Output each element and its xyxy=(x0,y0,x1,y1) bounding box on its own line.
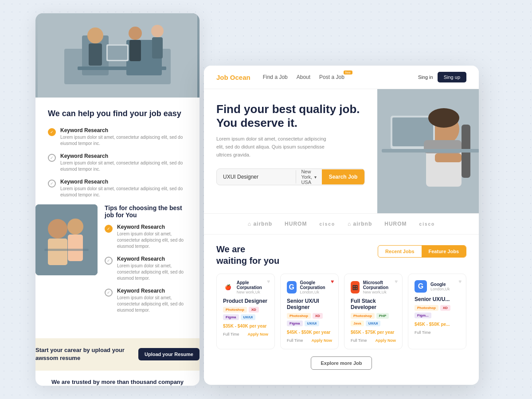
search-bar: New York, USA ▾ Search Job xyxy=(216,168,365,185)
tab-recent-jobs[interactable]: Recent Jobs xyxy=(378,246,421,257)
nav-about[interactable]: About xyxy=(297,74,310,80)
checklist-text: Keyword Research Lorem ipsum dolor sit a… xyxy=(117,224,187,250)
check-icon xyxy=(48,180,56,188)
signin-button[interactable]: Sing in xyxy=(418,74,433,80)
logo-hurom-1: HUROM xyxy=(285,221,307,227)
job-card: ♥ 🍎 Apple Corpuration New work,Uk Produc… xyxy=(216,274,275,349)
navbar: Job Ocean Find a Job About Post a Job fr… xyxy=(204,66,479,89)
hero-person-image xyxy=(377,89,479,213)
post-badge: free xyxy=(344,70,352,74)
tips-checklist-item: Keyword Research Lorem ipsum dolor sit a… xyxy=(105,288,187,313)
svg-point-4 xyxy=(87,27,103,43)
job-salary: $45K - $50K pe... xyxy=(415,322,460,327)
job-tag: Photoshop xyxy=(287,313,311,319)
tab-feature-jobs[interactable]: Feature Jobs xyxy=(422,246,466,257)
right-card: Job Ocean Find a Job About Post a Job fr… xyxy=(204,66,479,385)
job-salary: $65K - $75K per year xyxy=(351,330,396,335)
company-info: Google Corpuration London,Uk xyxy=(300,280,332,294)
job-type: Full Time xyxy=(415,330,431,335)
company-info: Google London,Uk xyxy=(430,282,450,291)
check-icon xyxy=(105,225,113,233)
logo-hurom-2: HUROM xyxy=(384,221,407,227)
job-tags: PhotoshopPHPJavaUX/UI xyxy=(351,313,396,326)
job-title: Senior UX/UI Designer xyxy=(287,298,332,310)
hero-title: Find your best quality job.You deserve i… xyxy=(216,102,365,130)
jobs-grid: ♥ 🍎 Apple Corpuration New work,Uk Produc… xyxy=(216,274,466,349)
search-button[interactable]: Search Job xyxy=(322,169,365,184)
heart-icon[interactable]: ♥ xyxy=(395,278,398,285)
svg-point-6 xyxy=(129,27,142,40)
upload-resume-button[interactable]: Upload your Resume xyxy=(138,348,200,360)
location-dropdown[interactable]: New York, USA ▾ xyxy=(296,169,321,185)
job-footer: Full Time Apply Now xyxy=(287,338,332,343)
job-tag: Figma xyxy=(287,321,303,326)
signup-button[interactable]: Sing up xyxy=(438,72,466,82)
svg-point-8 xyxy=(151,25,164,37)
help-title: We can help you find your job easy xyxy=(48,108,187,119)
job-footer: Full Time Apply Now xyxy=(223,332,268,336)
company-logos-strip: airbnb HUROM cisco airbnb HUROM cisco xyxy=(204,213,479,235)
job-footer: Full Time xyxy=(415,330,460,335)
company-icon: G xyxy=(287,281,297,293)
job-tag: XD xyxy=(313,313,323,319)
company-location: New work,Uk xyxy=(237,290,268,294)
company-name: Google Corpuration xyxy=(300,280,332,290)
job-title: Full Stack Developer xyxy=(351,298,396,310)
job-tag: XD xyxy=(249,307,259,313)
left-card-body: We can help you find your job easy Keywo… xyxy=(35,98,200,330)
tips-checklist-item: Keyword Research Lorem ipsum dolor sit a… xyxy=(105,256,187,282)
job-tag: UX/UI xyxy=(305,321,319,326)
job-tags: PhotoshopXDFigm... xyxy=(415,305,460,318)
svg-rect-15 xyxy=(48,239,67,265)
job-tag: PHP xyxy=(376,313,389,319)
job-type: Full Time xyxy=(223,332,239,336)
left-card-hero xyxy=(35,13,200,98)
heart-icon[interactable]: ♥ xyxy=(267,278,270,285)
company-icon: G xyxy=(415,280,427,293)
resume-cta-text: Start your carear by upload your awssom … xyxy=(35,346,138,362)
svg-rect-28 xyxy=(382,149,479,153)
jobs-title: We arewaiting for you xyxy=(216,243,279,266)
job-tag: Java xyxy=(351,321,364,326)
apply-button[interactable]: Apply Now xyxy=(376,338,396,343)
logo-cisco-2: cisco xyxy=(419,222,435,227)
company-name: Microsoft Corpuration xyxy=(363,280,396,290)
svg-rect-12 xyxy=(108,46,127,60)
checklist-text: Keyword Research Lorem ipsum dolor sit a… xyxy=(60,127,187,147)
check-icon xyxy=(105,257,113,265)
job-tag: Photoshop xyxy=(223,307,247,313)
checklist-text: Keyword Research Lorem ipsum dolor sit a… xyxy=(60,179,187,198)
company-info: Microsoft Corpuration New work,Uk xyxy=(363,280,396,294)
job-tag: Photoshop xyxy=(351,313,375,319)
trusted-title: We are trusted by more than thousand com… xyxy=(48,379,187,385)
apply-button[interactable]: Apply Now xyxy=(248,332,269,336)
job-salary: $35K - $40K per year xyxy=(223,324,268,329)
job-tag: UX/UI xyxy=(366,321,380,326)
nav-post-job[interactable]: Post a Job free xyxy=(319,74,344,80)
check-icon xyxy=(105,289,113,297)
apply-button[interactable]: Apply Now xyxy=(312,338,332,343)
chevron-down-icon: ▾ xyxy=(314,175,317,180)
left-card: We can help you find your job easy Keywo… xyxy=(35,13,200,386)
search-input[interactable] xyxy=(217,169,296,184)
job-tag: XD xyxy=(440,305,450,311)
job-footer: Full Time Apply Now xyxy=(351,338,396,343)
checklist-text: Keyword Research Lorem ipsum dolor sit a… xyxy=(117,288,187,313)
explore-more-button[interactable]: Explore more Job xyxy=(311,356,372,370)
jobs-tabs: Recent Jobs Feature Jobs xyxy=(378,245,466,258)
nav-find-job[interactable]: Find a Job xyxy=(263,74,288,80)
job-card: ♥ ⊞ Microsoft Corpuration New work,Uk Fu… xyxy=(344,274,403,349)
company-logo-area: ⊞ Microsoft Corpuration New work,Uk xyxy=(351,280,396,294)
hero-office-image xyxy=(35,13,200,98)
checklist-item: Keyword Research Lorem ipsum dolor sit a… xyxy=(48,127,187,147)
svg-point-14 xyxy=(48,219,67,239)
tips-checklist-item: Keyword Research Lorem ipsum dolor sit a… xyxy=(105,224,187,250)
company-logo-area: G Google Corpuration London,Uk xyxy=(287,280,332,294)
nav-actions: Sing in Sing up xyxy=(418,72,466,82)
hero-right-image xyxy=(377,89,479,213)
heart-icon[interactable]: ♥ xyxy=(458,278,462,285)
heart-icon[interactable]: ♥ xyxy=(331,278,334,285)
company-location: London,Uk xyxy=(300,290,332,294)
company-logo-area: G Google London,Uk xyxy=(415,280,460,293)
logo-cisco-1: cisco xyxy=(319,222,335,227)
